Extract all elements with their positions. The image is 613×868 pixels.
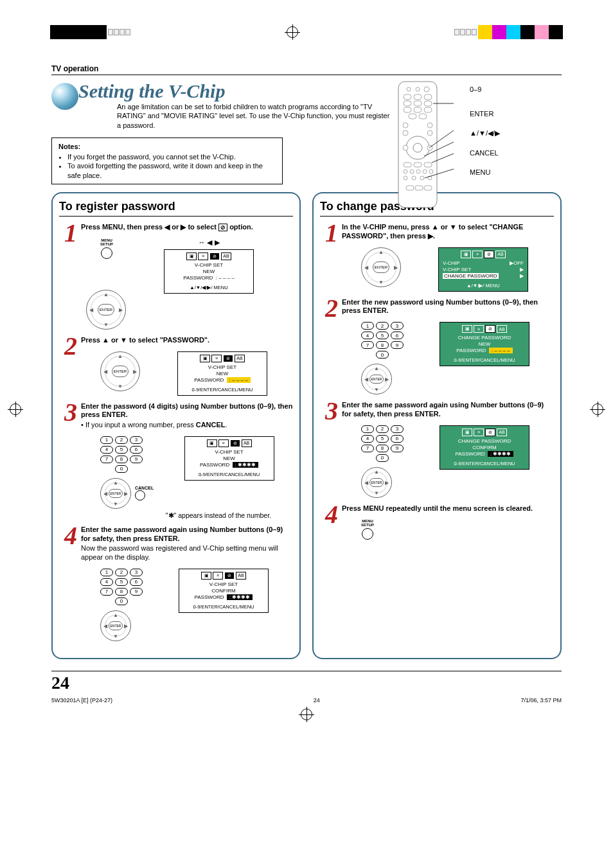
step-text: Press MENU repeatedly until the menu scr… [342,504,554,513]
page-title: Setting the V-Chip [78,80,393,102]
osd-screen: ▣≡⊘AB CHANGE PASSWORD CONFIRM PASSWORD :… [440,425,529,470]
register-heading: To register password [59,200,293,217]
svg-point-28 [416,170,420,173]
change-password-panel: To change password 1 In the V-CHIP menu,… [312,192,562,659]
bottom-registration-mark [301,709,312,720]
step-text: Enter the same password again using Numb… [81,526,293,544]
remote-label-cancel: CANCEL [470,149,500,157]
step-text: In the V-CHIP menu, press ▲ or ▼ to sele… [342,223,554,241]
svg-point-30 [429,170,433,173]
note-item: If you forget the password, you cannot s… [67,152,276,161]
step-number: 1 [320,223,338,292]
svg-point-29 [423,170,427,173]
svg-point-26 [404,170,407,173]
title-decoration [51,83,78,110]
svg-rect-37 [424,186,432,190]
svg-point-16 [427,123,432,128]
osd-screen: ▣≡⊘AB CHANGE PASSWORD NEW PASSWORD : – –… [440,322,529,366]
step-text: Enter the password (4 digits) using Numb… [81,402,293,420]
step-number: 4 [59,526,77,641]
osd-screen: ▣≡⊘AB V-CHIP SET NEW PASSWORD : – – – – … [177,351,267,396]
dpad-icon: ENTER ▲▼ ◀▶ [100,351,140,391]
svg-rect-11 [414,107,422,112]
svg-rect-23 [404,163,411,167]
remote-label-numbers: 0–9 [470,85,500,93]
svg-point-17 [403,130,408,136]
menu-button-icon: MENU SETUP [361,519,374,540]
page-number: 24 [51,671,562,693]
svg-rect-4 [404,94,411,100]
step-note: "✱" appears instead of the number. [81,511,271,519]
dpad-icon: ENTER ▲▼ ◀▶ [100,478,131,509]
svg-point-27 [410,170,414,173]
remote-diagram: 0–9 ENTER ▲/▼/◀/▶ CANCEL MENU [395,80,562,209]
register-password-panel: To register password 1 Press MENU, then … [51,192,301,659]
remote-label-arrows: ▲/▼/◀/▶ [470,129,500,137]
osd-screen: ▣≡⊘AB V-CHIP SET CONFIRM PASSWORD : ✱✱✱✱… [179,569,269,613]
cancel-button-icon: CANCEL [135,486,154,500]
note-item: To avoid forgetting the password, write … [67,161,276,180]
svg-rect-6 [424,94,432,100]
dpad-icon: ENTER ▲▼ ◀▶ [86,290,126,330]
numpad-icon: 123 456 789 0 [361,322,404,359]
svg-point-15 [403,123,408,128]
svg-point-32 [412,176,416,180]
osd-screen: ▣≡⊘AB V-CHIP SET NEW PASSWORD : ✱✱✱✱ 0-9… [184,436,274,481]
svg-point-20 [413,143,422,152]
svg-point-3 [424,87,429,92]
dpad-icon: ENTER ▲▼ ◀▶ [361,467,392,498]
svg-rect-10 [404,107,411,112]
step-number: 4 [320,504,338,540]
svg-point-2 [416,87,420,91]
svg-rect-5 [414,94,422,100]
step-number: 3 [59,402,77,519]
svg-point-1 [407,87,411,91]
arrow-icon: ↔ ◀ ▶ [125,238,293,247]
svg-rect-25 [424,163,432,167]
svg-rect-8 [414,101,422,106]
svg-rect-36 [415,186,423,190]
menu-button-icon: MENU SETUP [100,238,113,259]
numpad-icon: 123 456 789 0 [100,569,143,605]
svg-point-33 [420,176,424,180]
svg-rect-12 [424,107,432,112]
remote-label-menu: MENU [470,168,500,176]
osd-screen: ▣≡⊘AB V-CHIP SET NEW PASSWORD : – – – – … [164,249,254,294]
svg-point-18 [427,130,432,136]
step-text: Enter the same password again using Numb… [342,401,554,419]
step-subtext: • If you input a wrong number, press CAN… [81,421,293,430]
svg-rect-24 [414,163,422,167]
dpad-icon: ENTER ▲▼ ◀▶ [361,247,401,287]
svg-point-21 [403,145,408,150]
remote-label-enter: ENTER [470,110,500,118]
svg-rect-14 [419,114,427,119]
section-header: TV operation [51,64,562,75]
svg-rect-13 [409,114,416,119]
footer-line: 5W30201A [E] (P24-27) 24 7/1/06, 3:57 PM [51,697,562,704]
osd-screen: ▣≡⊘AB V-CHIP▶OFF V-CHIP SET▶ CHANGE PASS… [438,247,528,292]
step-number: 3 [320,401,338,498]
step-number: 2 [320,298,338,395]
notes-box: Notes: If you forget the password, you c… [51,137,283,184]
step-subtext: Now the password was registered and V-Ch… [81,544,293,562]
svg-point-31 [404,176,407,180]
svg-rect-7 [404,101,411,106]
step-number: 2 [59,336,77,396]
svg-rect-9 [424,101,432,106]
dpad-icon: ENTER ▲▼ ◀▶ [100,610,131,641]
dpad-icon: ENTER ▲▼ ◀▶ [361,364,392,394]
svg-rect-35 [406,186,414,190]
numpad-icon: 123 456 789 0 [361,425,404,462]
step-text: Enter the new password using Number butt… [342,298,554,316]
step-text: Press MENU, then press ◀ or ▶ to select … [81,223,293,232]
step-number: 1 [59,223,77,330]
step-text: Press ▲ or ▼ to select "PASSWORD". [81,336,293,345]
numpad-icon: 123 456 789 0 [100,436,154,473]
intro-text: An age limitation can be set to forbid c… [117,102,393,130]
